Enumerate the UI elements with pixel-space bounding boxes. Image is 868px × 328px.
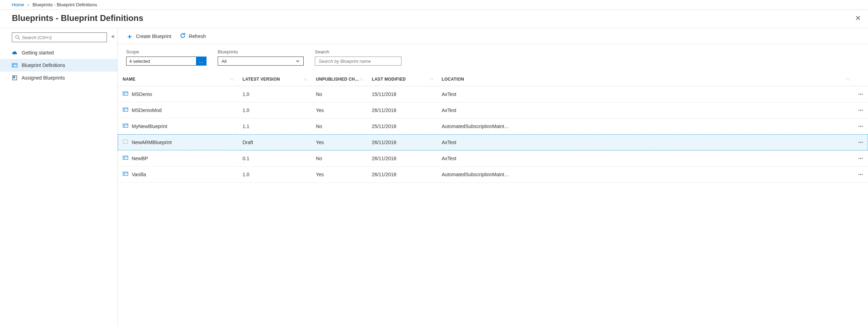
cell-location: AxTest [437, 102, 854, 118]
page-title: Blueprints - Blueprint Definitions [12, 13, 143, 23]
cell-version: 1.0 [238, 86, 312, 103]
cell-location: AutomatedSubscriptionMaint… [437, 166, 854, 182]
blueprint-name: NewBP [132, 156, 148, 161]
blueprint-name: MyNewBlueprint [132, 124, 167, 129]
cloud-icon [12, 50, 17, 55]
blueprint-name: MSDemoMod [132, 107, 162, 113]
cell-version: 1.0 [238, 102, 312, 118]
cell-name[interactable]: NewBP [118, 150, 238, 166]
blueprints-select[interactable]: All [218, 57, 304, 66]
blueprint-icon [123, 139, 128, 146]
sort-icon: ↑↓ [303, 77, 308, 81]
row-actions-button[interactable]: ⋯ [854, 102, 868, 118]
cell-unpublished: No [312, 86, 368, 103]
cell-name[interactable]: NewARMBlueprint [118, 134, 238, 150]
refresh-icon [180, 32, 186, 40]
blueprint-icon [123, 155, 128, 162]
cell-modified: 26/11/2018 [368, 150, 437, 166]
col-unpublished[interactable]: UNPUBLISHED CH…↑↓ [312, 72, 368, 86]
cell-name[interactable]: MyNewBlueprint [118, 118, 238, 134]
scope-browse-button[interactable]: … [196, 57, 207, 66]
breadcrumb: Home › Blueprints - Blueprint Definition… [0, 0, 868, 10]
cell-modified: 26/11/2018 [368, 102, 437, 118]
svg-line-1 [19, 38, 20, 40]
sidebar-item-label: Blueprint Definitions [22, 62, 65, 68]
col-actions [854, 72, 868, 86]
sidebar-item-blueprint-definitions[interactable]: Blueprint Definitions [0, 59, 117, 72]
refresh-button[interactable]: Refresh [180, 32, 206, 40]
cell-modified: 25/11/2018 [368, 118, 437, 134]
col-location[interactable]: LOCATION↑↓ [437, 72, 854, 86]
sidebar-item-label: Getting started [22, 50, 54, 55]
sidebar-search[interactable] [12, 32, 107, 42]
content: ＋ Create Blueprint Refresh Scope 4 selec… [118, 28, 868, 326]
search-box[interactable] [315, 57, 402, 66]
cell-unpublished: No [312, 118, 368, 134]
blueprints-table: NAME↑↓ LATEST VERSION↑↓ UNPUBLISHED CH…↑… [118, 72, 868, 183]
table-row[interactable]: Vanilla1.0Yes26/11/2018AutomatedSubscrip… [118, 166, 868, 182]
table-row[interactable]: MSDemo1.0No15/11/2018AxTest⋯ [118, 86, 868, 103]
assigned-icon [12, 75, 17, 81]
sidebar-item-assigned-blueprints[interactable]: Assigned Blueprints [0, 72, 117, 84]
row-actions-button[interactable]: ⋯ [854, 118, 868, 134]
table-row[interactable]: MSDemoMod1.0Yes26/11/2018AxTest⋯ [118, 102, 868, 118]
blueprint-name: NewARMBlueprint [132, 140, 172, 145]
table-row[interactable]: MyNewBlueprint1.1No25/11/2018AutomatedSu… [118, 118, 868, 134]
filters: Scope 4 selected … Blueprints All Search [118, 44, 868, 72]
create-blueprint-label: Create Blueprint [136, 33, 171, 39]
table-row[interactable]: NewARMBlueprintDraftYes26/11/2018AxTest⋯ [118, 134, 868, 150]
cell-unpublished: Yes [312, 166, 368, 182]
close-icon[interactable]: ✕ [855, 14, 861, 22]
cell-name[interactable]: MSDemo [118, 86, 238, 102]
col-last-modified[interactable]: LAST MODIFIED↑↓ [368, 72, 437, 86]
cell-location: AxTest [437, 134, 854, 150]
blueprint-icon [123, 123, 128, 129]
row-actions-button[interactable]: ⋯ [854, 134, 868, 150]
svg-point-0 [16, 36, 19, 39]
blueprints-filter: Blueprints All [218, 49, 304, 66]
blueprint-icon [123, 171, 128, 178]
col-name[interactable]: NAME↑↓ [118, 72, 238, 86]
sort-icon: ↑↓ [359, 77, 363, 81]
sidebar-search-input[interactable] [22, 35, 104, 40]
cell-version: 1.0 [238, 166, 312, 182]
sidebar-item-getting-started[interactable]: Getting started [0, 46, 117, 59]
svg-rect-7 [123, 92, 128, 95]
cell-modified: 26/11/2018 [368, 166, 437, 182]
page-title-row: Blueprints - Blueprint Definitions ✕ [0, 10, 868, 28]
row-actions-button[interactable]: ⋯ [854, 166, 868, 182]
svg-rect-17 [123, 156, 128, 159]
cell-location: AutomatedSubscriptionMaint… [437, 118, 854, 134]
search-filter: Search [315, 49, 402, 66]
svg-rect-16 [123, 140, 128, 144]
cell-unpublished: Yes [312, 134, 368, 150]
row-actions-button[interactable]: ⋯ [854, 86, 868, 103]
scope-label: Scope [126, 49, 207, 54]
sort-icon: ↑↓ [846, 77, 850, 81]
cell-name[interactable]: MSDemoMod [118, 102, 238, 118]
table-row[interactable]: NewBP0.1No26/11/2018AxTest⋯ [118, 150, 868, 166]
toolbar: ＋ Create Blueprint Refresh [118, 28, 868, 44]
search-input[interactable] [319, 59, 398, 64]
cell-name[interactable]: Vanilla [118, 166, 238, 182]
svg-rect-6 [13, 76, 15, 78]
scope-filter: Scope 4 selected … [126, 49, 207, 66]
breadcrumb-home[interactable]: Home [12, 2, 24, 7]
svg-rect-2 [12, 64, 17, 67]
chevron-down-icon [296, 59, 300, 63]
search-icon [15, 35, 20, 40]
scope-value[interactable]: 4 selected [126, 57, 196, 66]
cell-unpublished: No [312, 150, 368, 166]
blueprint-icon [123, 91, 128, 97]
blueprint-name: MSDemo [132, 91, 152, 97]
create-blueprint-button[interactable]: ＋ Create Blueprint [126, 33, 171, 40]
svg-rect-10 [123, 108, 128, 111]
refresh-label: Refresh [189, 33, 206, 39]
col-latest-version[interactable]: LATEST VERSION↑↓ [238, 72, 312, 86]
sort-icon: ↑↓ [429, 77, 433, 81]
blueprint-icon [123, 107, 128, 113]
blueprints-label: Blueprints [218, 49, 304, 54]
sidebar: « Getting started Blueprint Definitions … [0, 28, 118, 326]
row-actions-button[interactable]: ⋯ [854, 150, 868, 166]
plus-icon: ＋ [126, 33, 133, 40]
